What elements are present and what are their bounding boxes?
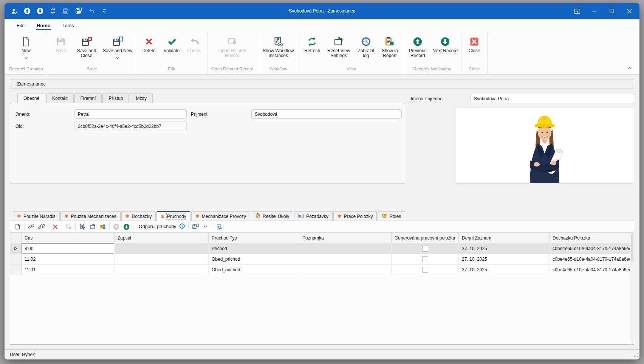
close-record-button[interactable]: Close	[463, 34, 486, 54]
ribbon-collapse-button[interactable]	[626, 65, 633, 71]
cell-denni-zaznam[interactable]: 27. 10. 2025	[459, 264, 550, 275]
table-row[interactable]: 11:01 Obed_odchod 27. 10. 2025 c0be4e65-…	[10, 264, 630, 275]
column-header-dochazka-polozka[interactable]: Dochazka Polozka	[550, 233, 630, 243]
menu-file[interactable]: File	[11, 23, 31, 32]
maximize-button[interactable]	[603, 3, 621, 19]
delete-button[interactable]: Delete	[138, 34, 160, 54]
tab-dochazky[interactable]: ✱Dochazky	[121, 211, 156, 221]
cell-cas[interactable]: 11:02	[22, 254, 115, 264]
column-header-pruchod-typ[interactable]: Pruchod Typ	[209, 233, 299, 243]
edit-user-icon[interactable]	[11, 7, 18, 15]
refresh-button[interactable]: Refresh	[301, 34, 324, 54]
save-and-close-button[interactable]: Save and Close	[72, 34, 101, 59]
cell-generovana[interactable]	[392, 264, 459, 275]
tab-resitel-ukoly[interactable]: Resitel Ukoly	[251, 211, 293, 221]
cell-pruchod-typ[interactable]: Obed_prichod	[209, 254, 299, 264]
grid-tiles-button[interactable]	[98, 222, 108, 231]
tab-pozadavky[interactable]: Pozadavky	[294, 211, 333, 221]
show-in-report-button[interactable]: Show in Report	[378, 34, 401, 59]
cell-dochazka-polozka[interactable]: c0be4e65-d10e-4a04-8170-174a8a6ec038	[550, 254, 630, 264]
cell-pruchod-typ[interactable]: Obed_odchod	[209, 264, 299, 275]
tab-mzdy[interactable]: Mzdy	[130, 93, 153, 103]
column-header-zapsal[interactable]: Zapsal	[115, 233, 209, 243]
tab-obecne[interactable]: Obecné	[17, 93, 45, 103]
column-header-denni-zaznam[interactable]: Denni Zaznam	[459, 233, 550, 243]
grid-link-button[interactable]	[26, 222, 36, 231]
cell-poznamka[interactable]	[299, 243, 392, 254]
cell-dochazka-polozka[interactable]: c0be4e65-d10e-4a04-8170-174a8a6ec038	[550, 264, 630, 275]
column-header-poznamka[interactable]: Poznamka	[299, 233, 392, 243]
cancel-button[interactable]: Cancel	[183, 34, 206, 54]
tab-prace-polozky[interactable]: ✱Prace Polozky	[333, 211, 377, 221]
minimize-button[interactable]	[586, 3, 603, 19]
grid-move-up-button[interactable]	[111, 222, 121, 231]
save-icon[interactable]	[62, 7, 70, 15]
new-button[interactable]: New	[6, 34, 46, 58]
table-row[interactable]: 11:02 Obed_prichod 27. 10. 2025 c0be4e65…	[10, 254, 630, 264]
tab-roles[interactable]: Roles	[378, 211, 405, 221]
grid-reset-view-button[interactable]	[87, 222, 98, 231]
previous-record-circle-icon[interactable]	[23, 7, 31, 15]
oid-field[interactable]	[74, 121, 187, 131]
undo-icon[interactable]	[88, 7, 95, 15]
menu-tools[interactable]: Tools	[56, 23, 80, 32]
prijmeni-field[interactable]	[251, 109, 402, 119]
scrollbar-thumb[interactable]	[631, 233, 633, 261]
cell-zapsal[interactable]	[115, 264, 209, 275]
refresh-icon[interactable]	[49, 7, 57, 15]
tab-mechanizace-provozy[interactable]: ✱Mechanizace Provozy	[191, 211, 250, 221]
checkbox-unchecked[interactable]	[422, 246, 428, 252]
cell-dochazka-polozka[interactable]: c0be4e65-d10e-4a04-8170-174a8a6ec038	[550, 243, 630, 254]
column-header-cas[interactable]: Cas	[22, 233, 115, 243]
checkbox-unchecked[interactable]	[422, 267, 428, 273]
cell-generovana[interactable]	[392, 254, 459, 264]
employee-photo[interactable]	[455, 107, 634, 184]
cell-cas[interactable]: 11:01	[22, 264, 115, 275]
save-and-new-button[interactable]: Save and New	[101, 34, 134, 58]
cell-cas[interactable]: 8:00	[22, 243, 115, 254]
next-record-button[interactable]: Next Record	[430, 34, 460, 54]
previous-record-button[interactable]: Previous Record	[405, 34, 430, 59]
cell-generovana[interactable]	[392, 243, 459, 254]
tab-firemni[interactable]: Firemní	[74, 93, 102, 103]
grid-unlink-button[interactable]	[36, 222, 46, 231]
odparuj-pruchody-button[interactable]: Odparuj pruchody	[135, 222, 187, 231]
grid-delete-button[interactable]	[50, 222, 60, 231]
show-workflow-instances-button[interactable]: Show Workflow Instances	[259, 34, 297, 59]
cell-denni-zaznam[interactable]: 27. 10. 2025	[459, 254, 550, 264]
next-record-circle-icon[interactable]	[36, 7, 44, 15]
save-and-new-icon[interactable]	[75, 7, 82, 15]
open-related-record-button[interactable]: Open Related Record	[215, 34, 250, 59]
tab-pruchody[interactable]: ✱Pruchody	[156, 211, 190, 221]
qat-customize-chevron-icon[interactable]	[101, 7, 108, 15]
tab-pouzita-mechanizaces[interactable]: ✱Pouzita Mechanizaces	[60, 211, 121, 221]
grid-open-related-button[interactable]	[63, 222, 74, 231]
grid-workflow-button[interactable]	[77, 222, 87, 231]
grid-save-layout-button[interactable]	[190, 222, 200, 231]
column-header-generovana[interactable]: Generována pracovní položka	[392, 233, 459, 243]
resize-grip[interactable]	[634, 353, 638, 358]
checkbox-unchecked[interactable]	[422, 256, 428, 262]
reset-view-settings-button[interactable]: Reset View Settings	[324, 34, 354, 59]
tab-kontakt[interactable]: Kontakt	[46, 93, 74, 103]
record-group-header[interactable]: Zamestnanec	[10, 79, 634, 89]
cell-pruchod-typ[interactable]: Prichod	[209, 243, 299, 254]
cell-zapsal[interactable]	[115, 254, 209, 264]
save-button[interactable]: Save	[50, 34, 72, 54]
cell-poznamka[interactable]	[299, 254, 392, 264]
zobrazit-log-button[interactable]: Zobrazit log	[354, 34, 378, 59]
jmeno-prijemni-field[interactable]	[471, 94, 634, 103]
dock-window-icon[interactable]	[568, 3, 586, 19]
grid-vertical-scrollbar[interactable]	[630, 233, 634, 344]
close-button[interactable]	[621, 3, 638, 19]
menu-home[interactable]: Home	[31, 23, 56, 32]
tab-pouzite-naradis[interactable]: ✱Pouzite Naradis	[13, 211, 60, 221]
validate-button[interactable]: Validate	[160, 34, 183, 54]
table-row[interactable]: 8:00 Prichod 27. 10. 2025 c0be4e65-d10e-…	[10, 243, 630, 254]
grid-new-button[interactable]	[12, 222, 23, 231]
jmeno-field[interactable]	[74, 109, 187, 119]
grid-preview-button[interactable]	[214, 222, 224, 231]
cell-denni-zaznam[interactable]: 27. 10. 2025	[459, 243, 550, 254]
cell-zapsal[interactable]	[115, 243, 209, 254]
tab-pristup[interactable]: Přístup	[102, 93, 129, 103]
